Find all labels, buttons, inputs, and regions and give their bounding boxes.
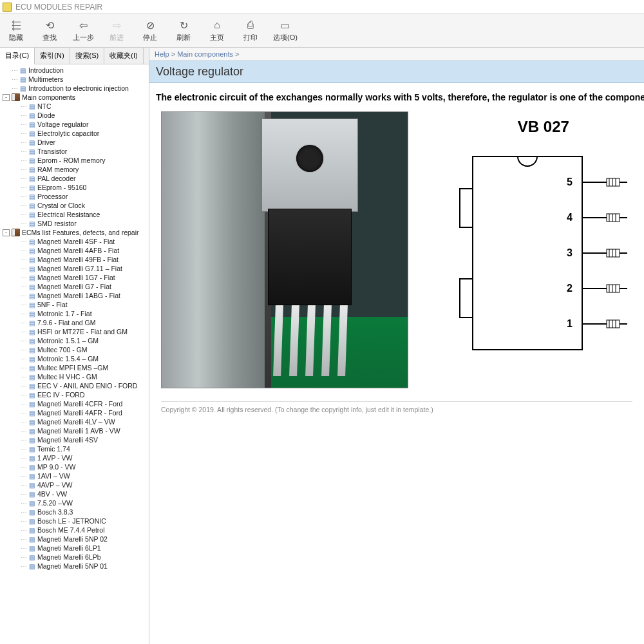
pin-label: 2: [567, 283, 573, 294]
page-icon: ▤: [28, 373, 35, 381]
tree-item[interactable]: ⋯▤Bosch 3.8.3: [0, 507, 149, 516]
toolbar-options-button[interactable]: ▭选项(O): [273, 19, 298, 43]
tree-item[interactable]: ⋯▤Magneti Marelli 1G7 - Fiat: [0, 273, 149, 282]
toolbar-stop-button[interactable]: ⊘停止: [139, 19, 161, 43]
tree-item[interactable]: ⋯▤1AVI – VW: [0, 471, 149, 480]
tree-item[interactable]: ⋯▤NTC: [0, 102, 149, 111]
tree-label: Multec MPFI EMS –GM: [37, 364, 108, 372]
tree-label: Magneti Marelli 1 AVB - VW: [37, 427, 120, 435]
tree-item[interactable]: ⋯▤Bosch ME 7.4.4 Petrol: [0, 526, 149, 535]
tree-item[interactable]: ⋯▤Magneti Marelli 5NP 02: [0, 535, 149, 544]
toolbar-hide-button[interactable]: ⬱隐藏: [5, 19, 27, 43]
tab-contents[interactable]: 目录(C): [0, 48, 35, 64]
tree-item[interactable]: ⋯▤Magneti Marelli 4SF - Fiat: [0, 237, 149, 246]
tree-item[interactable]: ⋯▤Magneti Marelli 6LP1: [0, 544, 149, 553]
book-icon: [12, 229, 20, 236]
tree-item[interactable]: ⋯▤EEC IV - FORD: [0, 390, 149, 399]
tree-item[interactable]: ⋯▤Temic 1.74: [0, 444, 149, 453]
tree-item[interactable]: ⋯▤RAM memory: [0, 165, 149, 174]
contents-tree[interactable]: ⋯▤Introduction⋯▤Multimeters⋯▤Introductio…: [0, 64, 149, 644]
svg-rect-19: [607, 285, 620, 292]
tab-search[interactable]: 搜索(S): [70, 48, 105, 64]
toolbar-print-button[interactable]: ⎙打印: [240, 19, 261, 43]
tree-item[interactable]: ⋯▤7.9.6 - Fiat and GM: [0, 318, 149, 327]
tree-item[interactable]: ⋯▤SMD resistor: [0, 219, 149, 228]
svg-rect-1: [460, 189, 473, 227]
toolbar-refresh-button[interactable]: ↻刷新: [173, 19, 194, 43]
tree-item[interactable]: ⋯▤Motronic 1.7 - Fiat: [0, 309, 149, 318]
breadcrumb-section[interactable]: Main components: [177, 50, 233, 58]
tree-item[interactable]: ⋯▤HSFI or MT27E - Fiat and GM: [0, 327, 149, 336]
page-icon: ▤: [28, 220, 35, 227]
tree-item[interactable]: ⋯▤Magneti Marelli 49FB - Fiat: [0, 255, 149, 264]
expand-icon[interactable]: -: [3, 94, 10, 101]
tree-item[interactable]: ⋯▤Introduction to electronic injection: [0, 84, 149, 93]
toolbar-back-button[interactable]: ⇦上一步: [72, 19, 94, 43]
tree-item[interactable]: ⋯▤EEprom - 95160: [0, 183, 149, 192]
tree-item[interactable]: ⋯▤4AVP – VW: [0, 480, 149, 489]
tree-item[interactable]: ⋯▤EEC V - ANIL AND ENIO - FORD: [0, 381, 149, 390]
pinout-diagram: VB 027 54321: [453, 111, 632, 388]
page-icon: ▤: [28, 274, 35, 281]
toolbar-home-button[interactable]: ⌂主页: [206, 19, 228, 43]
page-icon: ▤: [28, 364, 35, 372]
tree-label: 5NF - Fiat: [37, 301, 68, 308]
tree-item[interactable]: ⋯▤1 AVP - VW: [0, 453, 149, 462]
tree-item[interactable]: ⋯▤Multec H VHC - GM: [0, 372, 149, 381]
tree-item[interactable]: ⋯▤Diode: [0, 111, 149, 120]
tree-item[interactable]: ⋯▤Multec MPFI EMS –GM: [0, 363, 149, 372]
tree-item[interactable]: ⋯▤Magneti Marelli 6LPb: [0, 553, 149, 562]
breadcrumb-root[interactable]: Help: [155, 50, 169, 58]
tree-folder[interactable]: -ECMs list Features, defects, and repair: [0, 228, 149, 237]
tree-item[interactable]: ⋯▤Electrolytic capacitor: [0, 129, 149, 138]
tree-item[interactable]: ⋯▤Crystal or Clock: [0, 201, 149, 210]
tree-item[interactable]: ⋯▤Motronic 1.5.1 – GM: [0, 336, 149, 345]
page-icon: ▤: [28, 102, 35, 110]
tree-item[interactable]: ⋯▤Introduction: [0, 66, 149, 75]
tree-item[interactable]: ⋯▤Motronic 1.5.4 – GM: [0, 354, 149, 363]
tree-item[interactable]: ⋯▤Bosch LE - JETRONIC: [0, 516, 149, 526]
page-icon: ▤: [28, 292, 35, 299]
tree-item[interactable]: ⋯▤7.5.20 –VW: [0, 498, 149, 507]
tree-item[interactable]: ⋯▤Magneti Marelli 4AFR - Ford: [0, 408, 149, 417]
tree-item[interactable]: ⋯▤Voltage regulator: [0, 120, 149, 129]
tree-label: Magneti Marelli 4AFB - Fiat: [37, 247, 119, 254]
tree-item[interactable]: ⋯▤Electrical Resistance: [0, 210, 149, 219]
tree-item[interactable]: ⋯▤Magneti Marelli 4LV – VW: [0, 417, 149, 426]
tree-folder[interactable]: -Main components: [0, 93, 149, 102]
tree-item[interactable]: ⋯▤Eprom - ROM memory: [0, 156, 149, 165]
page-title: Voltage regulator: [149, 61, 644, 83]
tab-favorites[interactable]: 收藏夹(I): [104, 48, 143, 64]
tree-item[interactable]: ⋯▤Multimeters: [0, 75, 149, 84]
tree-label: Magneti Marelli 4CFR - Ford: [37, 400, 122, 408]
tree-item[interactable]: ⋯▤Multec 700 - GM: [0, 345, 149, 354]
tree-item[interactable]: ⋯▤5NF - Fiat: [0, 300, 149, 309]
tree-item[interactable]: ⋯▤Magneti Marelli G7 - Fiat: [0, 282, 149, 291]
tree-item[interactable]: ⋯▤Magneti Marelli 4CFR - Ford: [0, 399, 149, 408]
tree-item[interactable]: ⋯▤MP 9.0 - VW: [0, 462, 149, 471]
tree-item[interactable]: ⋯▤Magneti Marelli 5NP 01: [0, 562, 149, 571]
page-icon: ▤: [28, 418, 35, 426]
tree-label: Diode: [37, 111, 55, 119]
svg-rect-9: [607, 214, 620, 222]
tree-item[interactable]: ⋯▤Magneti Marelli G7.11 – Fiat: [0, 264, 149, 273]
tree-item[interactable]: ⋯▤Magneti Marelli 4AFB - Fiat: [0, 246, 149, 255]
page-icon: ▤: [28, 490, 35, 498]
print-icon: ⎙: [244, 19, 257, 32]
tree-item[interactable]: ⋯▤Magneti Marelli 4SV: [0, 435, 149, 444]
page-icon: ▤: [28, 535, 35, 543]
tree-item[interactable]: ⋯▤Magneti Marelli 1 AVB - VW: [0, 426, 149, 435]
app-title: ECU MODULES REPAIR: [15, 3, 102, 12]
tree-item[interactable]: ⋯▤Processor: [0, 192, 149, 201]
pin-label: 1: [567, 318, 573, 329]
tree-item[interactable]: ⋯▤4BV - VW: [0, 489, 149, 498]
page-icon: ▤: [28, 156, 35, 164]
toolbar-find-button[interactable]: ⟲查找: [39, 19, 61, 43]
tree-item[interactable]: ⋯▤Driver: [0, 138, 149, 147]
tree-item[interactable]: ⋯▤Magneti Marelli 1ABG - Fiat: [0, 291, 149, 300]
tree-label: 4BV - VW: [37, 490, 67, 498]
tab-index[interactable]: 索引(N): [35, 48, 70, 64]
tree-item[interactable]: ⋯▤PAL decoder: [0, 174, 149, 183]
expand-icon[interactable]: -: [3, 229, 10, 236]
tree-item[interactable]: ⋯▤Transistor: [0, 147, 149, 156]
